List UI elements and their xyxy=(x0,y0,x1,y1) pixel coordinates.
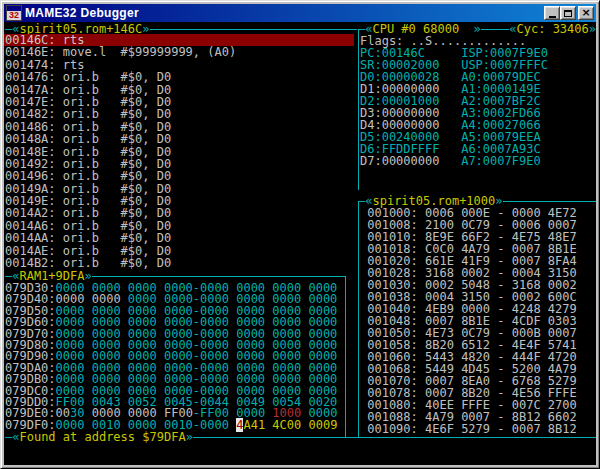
ram-header-rule xyxy=(92,276,345,277)
disasm-row[interactable]: 0014AA: ori.b #$0, D0 xyxy=(4,232,354,244)
disasm-row[interactable]: 001482: ori.b #$0, D0 xyxy=(4,108,354,120)
ram-pane-border xyxy=(345,276,346,437)
register-row: D7:00000000 A7:0007F9E0 xyxy=(360,155,548,167)
cpu-registers: PC:00146C ISP:0007F9E0SR:00002000 USP:00… xyxy=(360,47,548,167)
window-title: MAME32 Debugger xyxy=(25,6,541,20)
close-icon: × xyxy=(581,8,590,18)
rom-pane-border xyxy=(358,201,359,437)
disasm-row[interactable]: 00148A: ori.b #$0, D0 xyxy=(4,133,354,145)
cpu-header-rule xyxy=(481,29,509,30)
maximize-button[interactable] xyxy=(560,6,576,20)
window-controls: × xyxy=(544,6,594,20)
disassembly-rows: 00146C: rts00146E: move.l #$99999999, (A… xyxy=(4,34,354,269)
rom-rows: 001000: 0006 000E - 0000 4E72 001008: 21… xyxy=(360,207,577,435)
disasm-row[interactable]: 0014B2: ori.b #$0, D0 xyxy=(4,257,354,269)
mame32-app-icon: 32 xyxy=(6,5,22,21)
status-message: Found at address $79DFA xyxy=(19,431,185,443)
titlebar[interactable]: 32 MAME32 Debugger × xyxy=(4,4,596,22)
debugger-window: 32 MAME32 Debugger × —«spirit05.rom+146C… xyxy=(0,0,600,469)
minimize-button[interactable] xyxy=(544,6,560,20)
status-rule xyxy=(193,437,596,438)
disasm-row[interactable]: 00146E: move.l #$99999999, (A0) xyxy=(4,46,354,58)
header-rule xyxy=(150,29,357,30)
disasm-row[interactable]: 0014A2: ori.b #$0, D0 xyxy=(4,207,354,219)
ram-rows: 079D30:0000 0000 0000 0000-0000 0000 000… xyxy=(5,283,337,431)
minimize-icon xyxy=(549,16,556,18)
cycle-counter: Cyc: 33406 xyxy=(517,23,589,35)
cpu-pane-border xyxy=(358,29,359,190)
status-line: —«Found at address $79DFA» xyxy=(5,431,596,443)
disasm-row[interactable]: 001476: ori.b #$0, D0 xyxy=(4,71,354,83)
debugger-client: —«spirit05.rom+146C» 00146C: rts00146E: … xyxy=(4,22,596,465)
close-button[interactable]: × xyxy=(578,6,594,20)
maximize-icon xyxy=(564,10,572,17)
app-icon-label: 32 xyxy=(7,11,21,20)
rom-header-rule xyxy=(503,201,596,202)
disasm-row[interactable]: 001496: ori.b #$0, D0 xyxy=(4,170,354,182)
